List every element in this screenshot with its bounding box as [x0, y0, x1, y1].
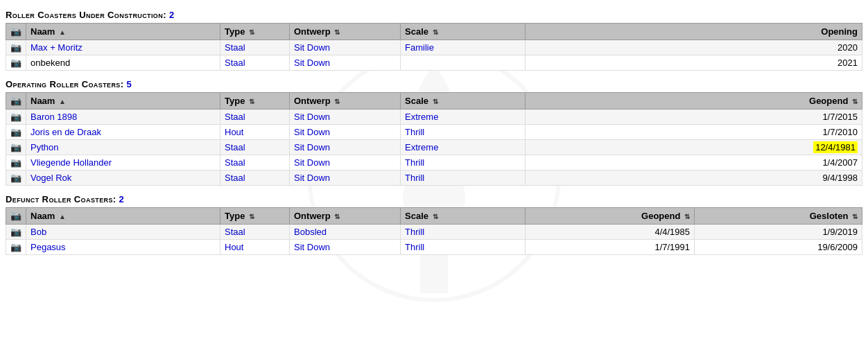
sort-geopend-op: ⇅ — [852, 98, 858, 105]
ontwerp-cell: Sit Down — [290, 240, 401, 255]
scale-link[interactable]: Extreme — [405, 142, 438, 152]
ontwerp-link[interactable]: Sit Down — [294, 42, 330, 53]
th-ontwerp-op[interactable]: Ontwerp ⇅ — [290, 93, 401, 110]
camera-icon[interactable]: 📷 — [10, 127, 21, 137]
sort-type-def: ⇅ — [249, 213, 254, 220]
ontwerp-link[interactable]: Sit Down — [294, 173, 330, 183]
ontwerp-link[interactable]: Bobsled — [294, 227, 327, 237]
table-row: 📷 onbekend Staal Sit Down 2021 — [6, 55, 862, 71]
th-type-op[interactable]: Type ⇅ — [220, 93, 290, 110]
ontwerp-link[interactable]: Sit Down — [294, 58, 330, 68]
th-geopend-def[interactable]: Geopend ⇅ — [526, 208, 695, 225]
type-cell: Staal — [220, 55, 290, 71]
th-type-uc[interactable]: Type ⇅ — [220, 24, 290, 40]
ontwerp-link[interactable]: Sit Down — [294, 112, 330, 122]
ontwerp-link[interactable]: Sit Down — [294, 242, 330, 252]
camera-header-icon-op: 📷 — [10, 96, 21, 106]
geopend-cell: 1/7/1991 — [526, 240, 695, 255]
type-link[interactable]: Staal — [225, 112, 245, 122]
scale-link[interactable]: Thrill — [405, 242, 424, 252]
table-row: 📷 Joris en de Draak Hout Sit Down Thrill… — [6, 125, 862, 140]
type-cell: Staal — [220, 140, 290, 155]
camera-icon[interactable]: 📷 — [10, 112, 21, 122]
under-construction-count[interactable]: 2 — [169, 10, 175, 20]
th-ontwerp-uc[interactable]: Ontwerp ⇅ — [290, 24, 401, 40]
type-link[interactable]: Hout — [225, 127, 243, 137]
camera-icon[interactable]: 📷 — [10, 58, 21, 68]
type-link[interactable]: Staal — [225, 42, 245, 53]
th-scale-def[interactable]: Scale ⇅ — [401, 208, 526, 225]
camera-cell[interactable]: 📷 — [6, 55, 26, 71]
camera-cell[interactable]: 📷 — [6, 110, 26, 125]
naam-link[interactable]: Vliegende Hollander — [31, 157, 112, 168]
gesloten-cell: 1/9/2019 — [695, 225, 862, 240]
camera-icon[interactable]: 📷 — [10, 242, 21, 252]
th-ontwerp-def[interactable]: Ontwerp ⇅ — [290, 208, 401, 225]
type-link[interactable]: Staal — [225, 142, 245, 152]
scale-link[interactable]: Familie — [405, 42, 434, 53]
type-link[interactable]: Staal — [225, 157, 245, 168]
th-camera-uc[interactable]: 📷 — [6, 24, 26, 40]
scale-link[interactable]: Thrill — [405, 173, 424, 183]
type-link[interactable]: Staal — [225, 58, 245, 68]
scale-link[interactable]: Thrill — [405, 227, 424, 237]
table-row: 📷 Bob Staal Bobsled Thrill 4/4/1985 1/9/… — [6, 225, 862, 240]
th-naam-def[interactable]: Naam ▲ — [26, 208, 220, 225]
th-opening-uc[interactable]: Opening — [526, 24, 862, 40]
naam-link[interactable]: Vogel Rok — [31, 173, 71, 183]
scale-link[interactable]: Extreme — [405, 112, 438, 122]
operating-title: Operating Roller Coasters: — [6, 79, 123, 89]
th-camera-def[interactable]: 📷 — [6, 208, 26, 225]
ontwerp-link[interactable]: Sit Down — [294, 127, 330, 137]
scale-link[interactable]: Thrill — [405, 157, 424, 168]
geopend-cell: 1/7/2015 — [526, 110, 862, 125]
th-geopend-op[interactable]: Geopend ⇅ — [526, 93, 862, 110]
scale-cell: Thrill — [401, 170, 526, 186]
under-construction-table: 📷 Naam ▲ Type ⇅ Ontwerp ⇅ Scale ⇅ — [6, 23, 862, 71]
camera-icon[interactable]: 📷 — [10, 157, 21, 168]
operating-header: Operating Roller Coasters: 5 — [6, 75, 862, 92]
naam-link[interactable]: Max + Moritz — [31, 42, 83, 53]
operating-count[interactable]: 5 — [126, 79, 132, 89]
th-naam-uc[interactable]: Naam ▲ — [26, 24, 220, 40]
camera-cell[interactable]: 📷 — [6, 240, 26, 255]
defunct-count[interactable]: 2 — [119, 194, 125, 204]
th-gesloten-def[interactable]: Gesloten ⇅ — [695, 208, 862, 225]
type-link[interactable]: Hout — [225, 242, 243, 252]
geopend-value: 9/4/1998 — [822, 173, 858, 183]
camera-cell[interactable]: 📷 — [6, 125, 26, 140]
naam-cell: Python — [26, 140, 220, 155]
camera-cell[interactable]: 📷 — [6, 155, 26, 170]
camera-icon[interactable]: 📷 — [10, 227, 21, 237]
camera-icon[interactable]: 📷 — [10, 173, 21, 183]
naam-link[interactable]: Joris en de Draak — [31, 127, 101, 137]
th-naam-op[interactable]: Naam ▲ — [26, 93, 220, 110]
naam-link[interactable]: Python — [31, 142, 58, 152]
sort-ontwerp-def: ⇅ — [334, 213, 340, 220]
camera-icon[interactable]: 📷 — [10, 142, 21, 152]
naam-link[interactable]: Pegasus — [31, 242, 66, 252]
main-content: Roller Coasters Under Construction: 2 📷 … — [6, 6, 862, 255]
th-scale-op[interactable]: Scale ⇅ — [401, 93, 526, 110]
th-type-def[interactable]: Type ⇅ — [220, 208, 290, 225]
camera-cell[interactable]: 📷 — [6, 170, 26, 186]
th-scale-uc[interactable]: Scale ⇅ — [401, 24, 526, 40]
scale-link[interactable]: Thrill — [405, 127, 424, 137]
sort-scale-def: ⇅ — [433, 213, 438, 220]
ontwerp-link[interactable]: Sit Down — [294, 157, 330, 168]
ontwerp-cell: Sit Down — [290, 170, 401, 186]
camera-cell[interactable]: 📷 — [6, 140, 26, 155]
naam-link[interactable]: Bob — [31, 227, 46, 237]
th-camera-op[interactable]: 📷 — [6, 93, 26, 110]
geopend-value: 1/7/2010 — [822, 127, 858, 137]
type-link[interactable]: Staal — [225, 227, 245, 237]
camera-cell[interactable]: 📷 — [6, 225, 26, 240]
gesloten-value: 1/9/2019 — [822, 227, 858, 237]
type-link[interactable]: Staal — [225, 173, 245, 183]
naam-link[interactable]: Baron 1898 — [31, 112, 77, 122]
defunct-title: Defunct Roller Coasters: — [6, 194, 116, 204]
ontwerp-link[interactable]: Sit Down — [294, 142, 330, 152]
camera-icon[interactable]: 📷 — [10, 42, 21, 53]
sort-ontwerp-op: ⇅ — [334, 98, 340, 105]
camera-cell[interactable]: 📷 — [6, 40, 26, 55]
